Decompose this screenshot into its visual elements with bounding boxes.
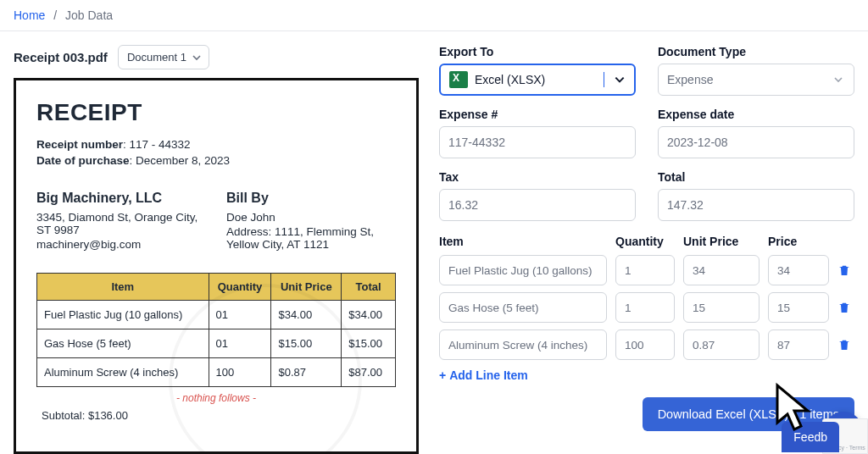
cursor-icon [771,382,821,442]
item-name-input[interactable] [439,329,607,360]
nothing-follows: - nothing follows - [36,392,396,404]
receipt-heading: RECEIPT [36,99,396,126]
doc-page-select-label: Document 1 [127,51,186,64]
breadcrumb-sep: / [53,8,57,22]
chevron-down-icon [823,71,854,88]
receipt-date-line: Date of purchase: December 8, 2023 [36,154,396,167]
item-name-input[interactable] [439,255,607,285]
tax-label: Tax [439,170,636,184]
receipt-preview: RECEIPT Receipt number: 117 - 44332 Date… [14,78,419,454]
expense-no-label: Expense # [439,108,636,121]
bill-by-block: Bill By Doe John Address: 1111, Flemming… [226,191,396,252]
table-row: Aluminum Screw (4 inches)100$0.87$87.00 [37,358,396,387]
trash-icon[interactable] [837,301,854,314]
doc-type-label: Document Type [658,45,854,58]
item-unit-input[interactable] [683,255,760,285]
chevron-down-icon [604,72,634,87]
trash-icon[interactable] [837,338,854,352]
doc-filename: Receipt 003.pdf [14,50,108,64]
breadcrumb: Home / Job Data [0,0,868,31]
item-qty-input[interactable] [615,255,675,285]
item-price-input[interactable] [768,255,829,285]
doc-type-value: Expense [667,73,816,86]
item-price-input[interactable] [768,329,829,360]
breadcrumb-current: Job Data [65,8,113,22]
export-to-value: Excel (XLSX) [475,73,597,86]
subtotal: Subtotal: $136.00 [36,409,396,422]
chevron-down-icon [192,53,202,63]
item-qty-input[interactable] [615,329,675,360]
item-unit-input[interactable] [683,292,760,323]
export-to-label: Export To [439,45,636,58]
excel-icon [449,71,468,88]
tax-input[interactable] [439,189,636,221]
item-name-input[interactable] [439,292,607,323]
breadcrumb-home[interactable]: Home [14,8,45,22]
table-row: Gas Hose (5 feet)01$15.00$15.00 [37,329,396,358]
expense-date-label: Expense date [658,108,854,121]
item-unit-input[interactable] [683,329,760,360]
export-to-select[interactable]: Excel (XLSX) [439,64,636,96]
items-header: Item Quantity Unit Price Price [439,235,854,248]
total-label: Total [658,170,854,184]
item-price-input[interactable] [768,292,829,323]
receipt-number-line: Receipt number: 117 - 44332 [36,138,396,151]
expense-no-input[interactable] [439,126,636,158]
trash-icon[interactable] [837,263,854,277]
add-line-item-button[interactable]: +Add Line Item [439,368,854,382]
line-item-row [439,292,854,323]
item-qty-input[interactable] [615,292,675,323]
doc-page-select[interactable]: Document 1 [118,45,209,69]
doc-type-select[interactable]: Expense [658,64,854,96]
line-item-row [439,329,854,360]
total-input[interactable] [658,189,854,221]
seller-block: Big Machinery, LLC 3345, Diamond St, Ora… [36,191,206,252]
line-item-row [439,255,854,285]
table-row: Fuel Plastic Jug (10 gallons)01$34.00$34… [37,301,396,329]
plus-icon: + [439,368,446,382]
expense-date-input[interactable] [658,126,854,158]
receipt-table: Item Quantity Unit Price Total Fuel Plas… [36,273,396,387]
